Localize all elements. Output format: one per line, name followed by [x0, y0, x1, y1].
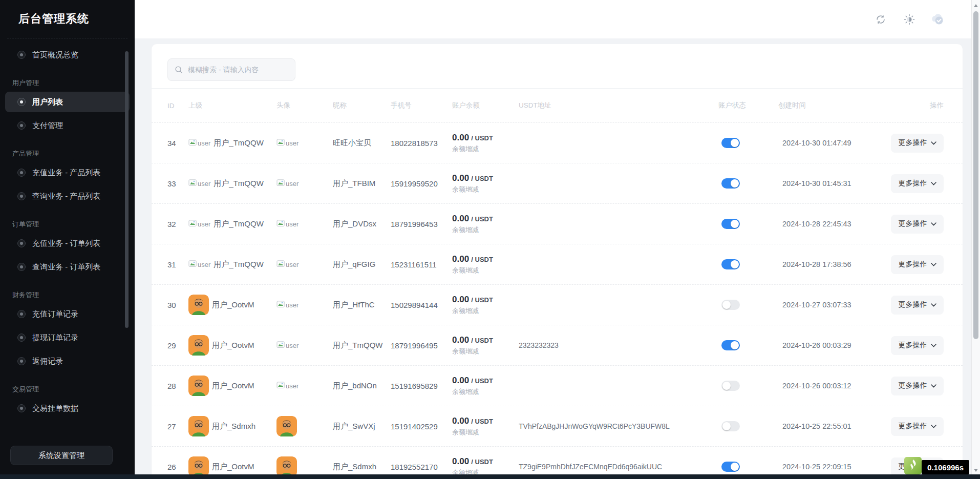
broken-image-alt-text: user	[198, 220, 210, 228]
scrollbar-up-arrow[interactable]	[974, 4, 978, 7]
superior-avatar-slot	[188, 416, 209, 436]
cell-actions: 更多操作	[876, 336, 944, 355]
broken-image-placeholder: user	[276, 301, 299, 309]
more-actions-button[interactable]: 更多操作	[891, 174, 944, 193]
cell-usdt-address: 2323232323	[519, 341, 718, 349]
more-actions-button[interactable]: 更多操作	[891, 377, 944, 395]
cell-id: 28	[167, 382, 188, 390]
sidebar-item[interactable]: 交易挂单数据	[5, 398, 130, 419]
sidebar-item[interactable]: 查询业务 - 订单列表	[5, 257, 130, 277]
cell-actions: 更多操作	[876, 255, 944, 274]
sidebar-item[interactable]: 返佣记录	[5, 351, 130, 371]
broken-image-icon	[188, 139, 197, 147]
cell-avatar: user	[276, 300, 333, 309]
status-toggle[interactable]	[721, 219, 740, 229]
balance-currency: / USDT	[471, 296, 493, 304]
balance-adjust-link[interactable]: 余额增减	[452, 266, 519, 275]
balance-adjust-link[interactable]: 余额增减	[452, 225, 519, 235]
table-row: 32 user 用户_TmQQW user 用户_DVDsx 187919964…	[152, 204, 963, 244]
status-toggle[interactable]	[721, 138, 740, 148]
balance-adjust-link[interactable]: 余额增减	[452, 306, 519, 316]
balance-adjust-link[interactable]: 余额增减	[452, 185, 519, 194]
table-row: 34 user 用户_TmQQW user 旺旺小宝贝 18022818573 …	[152, 123, 963, 163]
balance-amount: 0.00	[452, 133, 469, 142]
more-actions-button[interactable]: 更多操作	[891, 215, 944, 234]
broken-image-icon	[276, 179, 285, 187]
chevron-down-icon	[931, 263, 936, 266]
user-avatar-image	[276, 416, 297, 436]
menu-dot-icon	[17, 121, 26, 130]
theme-toggle-icon[interactable]	[902, 12, 917, 27]
content-card: ID上级头像昵称手机号账户余额USDT地址账户状态创建时间操作 34 user …	[152, 44, 963, 479]
balance-adjust-link[interactable]: 余额增减	[452, 387, 519, 397]
sidebar-item[interactable]: 提现订单记录	[5, 327, 130, 348]
sidebar-item[interactable]: 用户列表	[5, 92, 130, 112]
browser-scrollbar[interactable]	[971, 0, 980, 479]
cell-id: 26	[167, 463, 188, 471]
more-actions-button[interactable]: 更多操作	[891, 417, 944, 436]
broken-image-placeholder: user	[188, 220, 210, 228]
superior-name: 用户_TmQQW	[214, 219, 264, 229]
status-toggle[interactable]	[721, 259, 740, 269]
more-actions-button[interactable]: 更多操作	[891, 336, 944, 355]
refresh-icon[interactable]	[873, 12, 888, 27]
table-row: 31 user 用户_TmQQW user 用户_qFGIG 152311615…	[152, 244, 963, 285]
scrollbar-thumb[interactable]	[973, 11, 978, 339]
sidebar-item[interactable]: 充值业务 - 订单列表	[5, 233, 130, 254]
cell-actions: 更多操作	[876, 134, 944, 153]
chevron-down-icon	[931, 141, 936, 145]
superior-avatar-slot	[188, 376, 209, 396]
balance-adjust-link[interactable]: 余额增减	[452, 347, 519, 356]
cell-created-at: 2024-10-30 01:45:31	[778, 179, 876, 188]
status-toggle[interactable]	[721, 178, 740, 189]
sidebar-item[interactable]: 首页概况总览	[5, 45, 130, 65]
more-actions-button[interactable]: 更多操作	[891, 134, 944, 153]
more-actions-button[interactable]: 更多操作	[891, 255, 944, 274]
toggle-knob	[731, 179, 739, 188]
status-toggle[interactable]	[721, 300, 740, 310]
menu-dot-icon	[17, 310, 26, 318]
user-avatar-image	[188, 335, 209, 356]
sidebar-item[interactable]: 充值业务 - 产品列表	[5, 162, 130, 183]
app-title: 后台管理系统	[0, 0, 135, 27]
broken-image-placeholder: user	[276, 220, 299, 228]
trace-logo-icon[interactable]	[904, 457, 922, 474]
status-toggle[interactable]	[721, 462, 740, 472]
sidebar-item-label: 查询业务 - 产品列表	[32, 192, 100, 201]
sidebar-item[interactable]: 查询业务 - 产品列表	[5, 186, 130, 206]
status-toggle[interactable]	[721, 381, 740, 391]
menu-dot-icon	[17, 192, 26, 200]
broken-image-placeholder: user	[276, 261, 299, 268]
superior-name: 用户_OotvM	[212, 300, 254, 310]
balance-currency: / USDT	[471, 377, 493, 385]
search-input[interactable]	[188, 66, 289, 74]
status-toggle[interactable]	[721, 421, 740, 431]
user-avatar-image	[188, 416, 209, 436]
cell-phone: 15231161511	[391, 260, 452, 269]
system-settings-button[interactable]: 系统设置管理	[10, 446, 113, 465]
user-status-icon[interactable]	[930, 12, 946, 27]
sidebar-item[interactable]: 支付管理	[5, 115, 130, 136]
more-actions-label: 更多操作	[899, 422, 927, 431]
table-row: 27 用户_Sdmxh 用户_SwVXj 15191402529	[152, 406, 963, 447]
cell-actions: 更多操作	[876, 174, 944, 193]
sidebar-nav: 首页概况总览 用户管理 用户列表 支付管理 产品管理 充值业务 - 产品列表 查…	[0, 45, 135, 419]
balance-adjust-link[interactable]: 余额增减	[452, 428, 519, 437]
more-actions-label: 更多操作	[899, 341, 927, 350]
sidebar-item[interactable]: 充值订单记录	[5, 304, 130, 324]
cell-balance: 0.00 / USDT 余额增减	[452, 214, 519, 235]
cell-id: 29	[167, 341, 188, 350]
more-actions-button[interactable]: 更多操作	[891, 296, 944, 315]
sidebar-item-label: 充值订单记录	[32, 309, 78, 319]
sidebar-scrollbar-thumb[interactable]	[125, 51, 129, 328]
cell-nickname: 用户_qFGIG	[333, 260, 391, 269]
status-toggle[interactable]	[721, 340, 740, 350]
toggle-knob	[722, 301, 731, 309]
cell-phone: 18192552170	[391, 463, 452, 471]
superior-avatar-slot	[188, 295, 209, 315]
scrollbar-down-arrow[interactable]	[974, 469, 978, 472]
cell-phone: 15029894144	[391, 301, 452, 309]
balance-currency: / USDT	[471, 175, 493, 182]
broken-image-alt-text: user	[286, 180, 299, 188]
balance-adjust-link[interactable]: 余额增减	[452, 144, 519, 154]
